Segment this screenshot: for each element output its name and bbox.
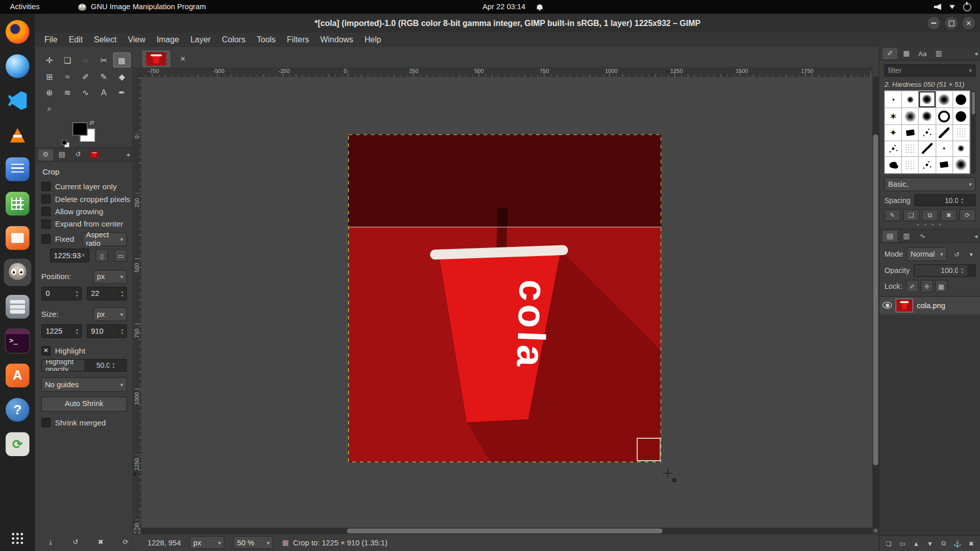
dock-files[interactable] bbox=[4, 293, 31, 320]
tool-smudge[interactable]: ≋ bbox=[59, 85, 76, 100]
duplicate-layer-icon[interactable]: ⧉ bbox=[937, 538, 951, 549]
option-allow-growing[interactable]: Allow growing bbox=[41, 206, 127, 217]
shrink-merged-checkbox[interactable] bbox=[41, 418, 51, 427]
maximize-button[interactable] bbox=[945, 17, 957, 29]
tool-ink[interactable]: ✒ bbox=[113, 85, 131, 100]
image-tab[interactable] bbox=[141, 49, 172, 68]
brush-cell[interactable] bbox=[919, 157, 935, 173]
brush-cell[interactable] bbox=[936, 141, 952, 156]
menu-view[interactable]: View bbox=[122, 33, 151, 46]
tab-brushes[interactable]: ✐ bbox=[883, 48, 897, 59]
tab-layers[interactable]: ▤ bbox=[883, 230, 897, 241]
size-unit-dropdown[interactable]: px▾ bbox=[93, 307, 127, 321]
dock-vlc[interactable] bbox=[4, 121, 31, 149]
menu-filters[interactable]: Filters bbox=[281, 33, 314, 46]
clear-input-icon[interactable]: ✕ bbox=[81, 253, 86, 259]
default-colors-icon[interactable] bbox=[62, 140, 69, 146]
brush-cell[interactable] bbox=[919, 141, 935, 156]
duplicate-brush-icon[interactable]: ⧉ bbox=[922, 209, 938, 221]
layer-thumbnail[interactable] bbox=[896, 298, 913, 312]
dock-impress[interactable] bbox=[4, 224, 31, 252]
size-width-field[interactable]: 1225 ▴▾ bbox=[41, 324, 82, 338]
dock-browser-blue[interactable] bbox=[4, 53, 31, 80]
panel-menu-icon[interactable]: ◂ bbox=[974, 233, 977, 239]
dock-resize-handle[interactable]: ⋮ bbox=[873, 289, 880, 297]
volume-icon[interactable] bbox=[934, 4, 941, 10]
menu-windows[interactable]: Windows bbox=[314, 33, 359, 46]
close-image-icon[interactable]: ✕ bbox=[178, 54, 188, 64]
highlight-opacity-slider[interactable]: Highlight opacity 50.0 ▴▾ bbox=[41, 359, 127, 371]
new-layer-group-icon[interactable]: ▭ bbox=[896, 538, 910, 549]
raise-layer-icon[interactable]: ▲ bbox=[910, 538, 923, 549]
brush-cell[interactable] bbox=[902, 157, 918, 173]
lock-alpha-icon[interactable]: ▦ bbox=[935, 280, 947, 292]
layer-mode-dropdown[interactable]: Normal▾ bbox=[907, 247, 947, 261]
option-delete-cropped-pixels[interactable]: Delete cropped pixels bbox=[41, 194, 127, 205]
brush-scrollbar-thumb[interactable] bbox=[972, 92, 975, 114]
tab-undo-history[interactable]: ↺ bbox=[70, 149, 85, 160]
guides-dropdown[interactable]: No guides▾ bbox=[41, 378, 127, 392]
delete-brush-icon[interactable]: ✖ bbox=[941, 209, 957, 221]
reset-tool-options-icon[interactable]: ⟳ bbox=[117, 535, 134, 547]
brush-cell[interactable] bbox=[953, 91, 969, 108]
brush-cell[interactable] bbox=[885, 91, 901, 108]
brush-cell[interactable] bbox=[953, 125, 969, 140]
brush-cell[interactable] bbox=[936, 91, 952, 108]
tab-gradients[interactable]: ▥ bbox=[931, 48, 946, 59]
horizontal-scrollbar-thumb[interactable] bbox=[347, 529, 663, 534]
show-applications-button[interactable] bbox=[12, 533, 23, 544]
layer-row[interactable]: cola.png bbox=[879, 297, 980, 314]
close-button[interactable]: ✕ bbox=[963, 17, 975, 29]
brush-cell[interactable] bbox=[953, 108, 969, 124]
highlight-checkbox[interactable] bbox=[41, 346, 51, 355]
new-layer-icon[interactable]: ❏ bbox=[882, 538, 896, 549]
refresh-brushes-icon[interactable]: ⟳ bbox=[960, 209, 976, 221]
brush-cell[interactable] bbox=[936, 125, 952, 140]
brush-filter-input[interactable]: filter▾ bbox=[885, 64, 976, 77]
aspect-ratio-input[interactable]: 1225:93✕ bbox=[50, 248, 89, 262]
brush-cell[interactable] bbox=[919, 125, 935, 140]
panel-menu-icon[interactable]: ◂ bbox=[126, 151, 129, 158]
position-y-field[interactable]: 22 ▴▾ bbox=[87, 287, 127, 300]
menu-edit[interactable]: Edit bbox=[63, 33, 88, 46]
switch-mode-icon[interactable]: ↺ bbox=[950, 248, 963, 260]
tab-paths[interactable]: ∿ bbox=[915, 230, 930, 241]
option-shrink-merged[interactable]: Shrink merged bbox=[41, 417, 127, 428]
panel-menu-icon[interactable]: ◂ bbox=[974, 50, 977, 57]
lock-pixels-icon[interactable]: ✐ bbox=[906, 280, 918, 292]
brush-cell[interactable] bbox=[902, 141, 918, 156]
menu-help[interactable]: Help bbox=[359, 33, 387, 46]
lock-position-icon[interactable]: ✛ bbox=[920, 280, 933, 292]
brush-cell[interactable] bbox=[936, 108, 952, 124]
menu-tools[interactable]: Tools bbox=[251, 33, 281, 46]
brush-cell[interactable] bbox=[936, 157, 952, 173]
new-brush-icon[interactable]: ❏ bbox=[903, 209, 919, 221]
option-highlight[interactable]: Highlight bbox=[41, 345, 127, 356]
tool-free-select[interactable]: ◌ bbox=[77, 53, 94, 67]
menu-image[interactable]: Image bbox=[151, 33, 185, 46]
option-current-layer-only[interactable]: Current layer only bbox=[41, 181, 127, 192]
save-tool-preset-icon[interactable]: ⤓ bbox=[42, 535, 59, 547]
power-icon[interactable] bbox=[963, 3, 971, 11]
tab-tool-options[interactable]: ⚙ bbox=[38, 149, 53, 160]
dock-vscode[interactable] bbox=[4, 87, 31, 114]
delete-tool-preset-icon[interactable]: ✖ bbox=[92, 535, 109, 547]
brush-group-dropdown[interactable]: Basic,▾ bbox=[885, 178, 976, 191]
option-fixed[interactable]: Fixed Aspect ratio▾ bbox=[41, 234, 127, 244]
tab-channels[interactable]: ▥ bbox=[899, 230, 914, 241]
layer-visibility-eye-icon[interactable] bbox=[883, 302, 892, 308]
menu-select[interactable]: Select bbox=[88, 33, 122, 46]
edit-brush-icon[interactable]: ✎ bbox=[885, 209, 901, 221]
option-expand-from-center[interactable]: Expand from center bbox=[41, 219, 127, 230]
brush-cell[interactable] bbox=[902, 91, 918, 108]
dock-drag-handle[interactable]: • • • • bbox=[879, 221, 980, 229]
tool-scissors-select[interactable]: ✂ bbox=[95, 53, 112, 67]
landscape-orientation-button[interactable]: ▭ bbox=[114, 249, 127, 262]
tool-text[interactable]: A bbox=[95, 85, 112, 100]
brush-cell[interactable] bbox=[885, 125, 901, 140]
ruler-corner[interactable] bbox=[133, 67, 142, 78]
tool-paintbrush[interactable]: ✐ bbox=[77, 69, 94, 84]
mode-options-icon[interactable]: ▾ bbox=[967, 248, 975, 260]
position-x-field[interactable]: 0 ▴▾ bbox=[41, 287, 82, 300]
layer-name[interactable]: cola.png bbox=[917, 301, 945, 310]
